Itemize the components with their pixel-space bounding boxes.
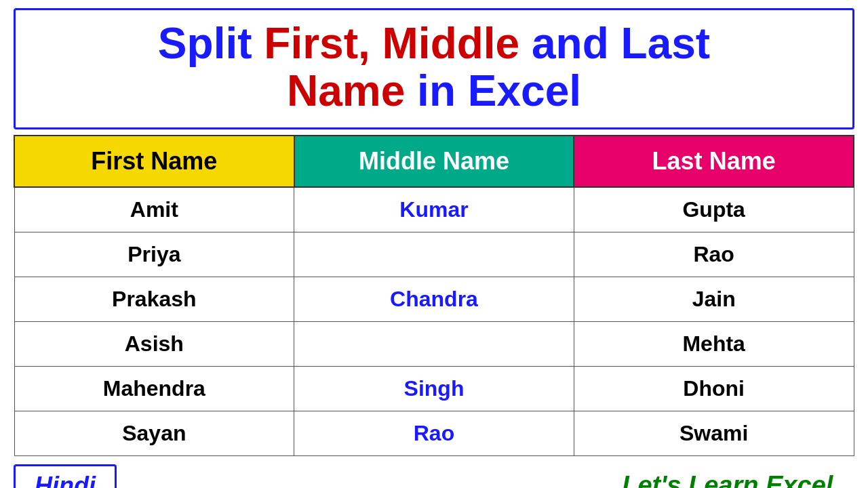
cell-first: Asish <box>14 321 294 366</box>
table-row: PrakashChandraJain <box>14 277 854 321</box>
table-row: PriyaRao <box>14 232 854 277</box>
title-line1: Split First, Middle and Last <box>29 20 839 67</box>
cell-middle: Singh <box>294 366 574 411</box>
title-box: Split First, Middle and Last Name in Exc… <box>14 8 854 129</box>
cell-last: Mehta <box>574 321 854 366</box>
cell-last: Gupta <box>574 187 854 232</box>
cell-first: Amit <box>14 187 294 232</box>
col-header-middle: Middle Name <box>294 136 574 187</box>
cell-first: Prakash <box>14 277 294 321</box>
table-wrapper: First Name Middle Name Last Name AmitKum… <box>14 135 854 456</box>
cell-first: Sayan <box>14 411 294 455</box>
title-in-excel: in Excel <box>405 66 581 115</box>
title-and-last: and Last <box>519 19 710 68</box>
cell-first: Priya <box>14 232 294 277</box>
names-table: First Name Middle Name Last Name AmitKum… <box>14 135 854 456</box>
cell-last: Swami <box>574 411 854 455</box>
cell-middle <box>294 321 574 366</box>
table-row: MahendraSinghDhoni <box>14 366 854 411</box>
footer: Hindi Let's Learn Excel... <box>14 464 854 488</box>
hindi-label: Hindi <box>35 472 96 488</box>
col-header-first: First Name <box>14 136 294 187</box>
title-split: Split <box>158 19 264 68</box>
cell-last: Jain <box>574 277 854 321</box>
cell-middle: Chandra <box>294 277 574 321</box>
table-row: AmitKumarGupta <box>14 187 854 232</box>
title-line2: Name in Excel <box>29 67 839 115</box>
cell-middle: Rao <box>294 411 574 455</box>
title-name: Name <box>287 66 405 115</box>
cell-last: Dhoni <box>574 366 854 411</box>
tagline: Let's Learn Excel... <box>622 471 854 488</box>
page-container: Split First, Middle and Last Name in Exc… <box>0 0 868 488</box>
cell-first: Mahendra <box>14 366 294 411</box>
hindi-badge: Hindi <box>14 464 117 488</box>
col-header-last: Last Name <box>574 136 854 187</box>
cell-middle <box>294 232 574 277</box>
cell-middle: Kumar <box>294 187 574 232</box>
title-first-middle: First, Middle <box>264 19 519 68</box>
table-row: AsishMehta <box>14 321 854 366</box>
table-row: SayanRaoSwami <box>14 411 854 455</box>
cell-last: Rao <box>574 232 854 277</box>
